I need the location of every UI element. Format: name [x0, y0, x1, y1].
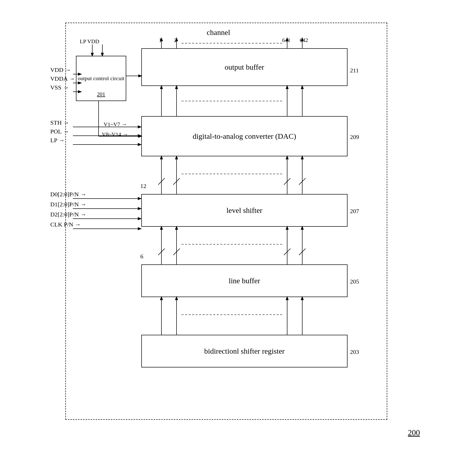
- main-ref-200: 200: [408, 428, 420, 437]
- occ-label-text: output control circuit: [78, 75, 124, 82]
- svg-line-19: [284, 178, 290, 185]
- dac-ref: 209: [350, 134, 359, 140]
- signal-d1: D1[2:0]P/N →: [50, 201, 86, 208]
- svg-line-25: [173, 249, 180, 255]
- svg-line-14: [158, 178, 165, 185]
- bus-label-12: 12: [140, 183, 146, 190]
- signal-d0: D0[2:0]P/N →: [50, 191, 86, 198]
- svg-line-23: [158, 249, 165, 255]
- ls-box: level shifter: [141, 194, 348, 227]
- ch-num-641: 641: [282, 37, 290, 43]
- ob-ref: 211: [350, 67, 359, 74]
- bsr-ref: 203: [350, 349, 359, 355]
- channel-label: channel: [207, 28, 230, 37]
- dac-input-v1v7: V1~V7 →: [104, 121, 127, 128]
- ls-label-text: level shifter: [227, 206, 262, 215]
- svg-line-21: [299, 178, 306, 185]
- lp-vdd-label: LP VDD: [80, 38, 99, 45]
- signal-sth: STH →: [50, 119, 69, 126]
- dac-label-text: digital-to-analog converter (DAC): [193, 131, 296, 142]
- occ-ref: 201: [76, 91, 126, 98]
- dac-box: digital-to-analog converter (DAC): [141, 116, 348, 156]
- bus-label-6: 6: [140, 253, 143, 260]
- bsr-label-text: bidirectionl shifter register: [204, 346, 285, 356]
- signal-vdda: VDDA →: [50, 75, 75, 82]
- svg-line-16: [173, 178, 180, 185]
- dac-input-v8v14: V8~V14 →: [102, 131, 128, 138]
- ob-box: output buffer: [141, 48, 348, 86]
- diagram-container: channel LP VDD output control circuit 20…: [50, 15, 427, 442]
- main-box: channel LP VDD output control circuit 20…: [65, 23, 387, 420]
- ch-num-1: 1: [159, 37, 162, 43]
- ch-num-642: 642: [300, 37, 308, 43]
- ch-num-2: 2: [174, 37, 177, 43]
- signal-vss: VSS →: [50, 84, 69, 91]
- lb-box: line buffer: [141, 264, 348, 297]
- lb-ref: 205: [350, 278, 359, 285]
- lb-label-text: line buffer: [229, 276, 260, 285]
- ls-ref: 207: [350, 208, 359, 215]
- svg-line-28: [284, 249, 290, 255]
- signal-lp: LP →: [50, 137, 65, 144]
- signal-clk: CLK P/N →: [50, 221, 81, 228]
- signal-pol: POL →: [50, 128, 69, 135]
- bsr-box: bidirectionl shifter register: [141, 335, 348, 367]
- ob-label-text: output buffer: [225, 63, 264, 71]
- occ-box: output control circuit 201: [76, 56, 126, 101]
- signal-d2: D2[2:0]P/N →: [50, 211, 86, 218]
- svg-line-30: [299, 249, 306, 255]
- signal-vdd: VDD →: [50, 67, 71, 73]
